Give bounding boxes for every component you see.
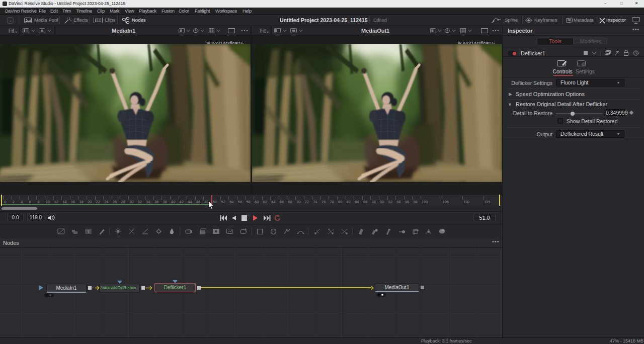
svg-text:T: T xyxy=(87,229,90,234)
